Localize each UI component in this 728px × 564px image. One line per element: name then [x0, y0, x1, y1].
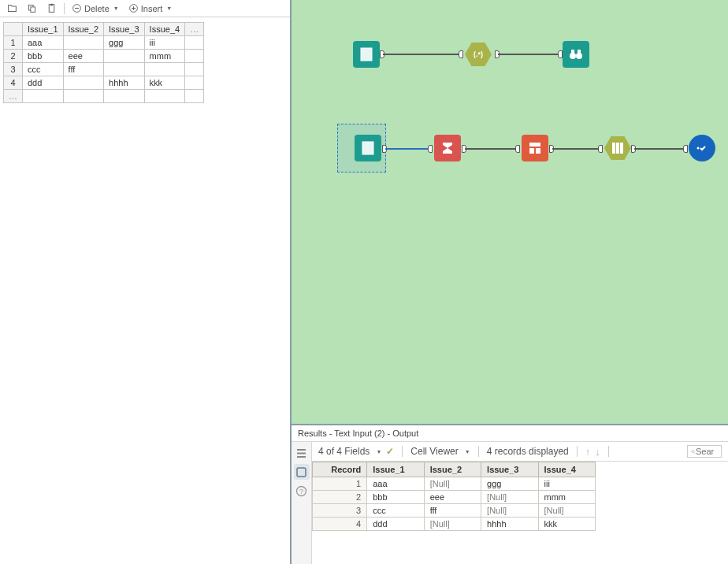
delete-button[interactable]: Delete ▼ [68, 2, 123, 14]
cell[interactable]: mmm [144, 50, 185, 63]
col-header[interactable]: Issue_2 [63, 23, 104, 36]
cell[interactable]: kkk [144, 76, 185, 90]
col-header[interactable]: Issue_3 [481, 462, 538, 477]
nav-up-button[interactable]: ↑ [585, 446, 591, 458]
cell[interactable] [144, 90, 185, 103]
row-number[interactable]: 3 [4, 63, 23, 76]
text-input-tool[interactable] [353, 41, 380, 68]
input-table[interactable]: Issue_1 Issue_2 Issue_3 Issue_4 … 1aaagg… [3, 22, 204, 103]
cell[interactable] [104, 90, 145, 103]
cell[interactable]: eee [424, 491, 481, 504]
cell[interactable] [185, 76, 204, 90]
new-file-button[interactable] [3, 2, 21, 14]
col-header[interactable]: Issue_2 [424, 462, 481, 477]
cell[interactable]: mmm [538, 491, 595, 504]
paste-button[interactable] [43, 2, 61, 14]
nav-down-button[interactable]: ↓ [595, 446, 600, 458]
cell[interactable]: hhhh [481, 518, 538, 531]
table-row[interactable]: 3cccfff [4, 63, 204, 76]
row-number[interactable]: … [4, 90, 23, 103]
copy-button[interactable] [23, 2, 41, 14]
cell[interactable]: aaa [23, 36, 64, 50]
cell[interactable]: kkk [538, 518, 595, 531]
table-row[interactable]: 1aaagggiii [4, 36, 204, 50]
col-header[interactable]: Issue_3 [104, 23, 145, 36]
cell[interactable] [104, 63, 145, 76]
grid-view-button[interactable] [294, 445, 310, 461]
col-header[interactable]: Record [313, 462, 367, 477]
chevron-down-icon[interactable]: ▼ [376, 449, 381, 455]
node-input-anchor[interactable] [428, 145, 433, 153]
row-number[interactable]: 4 [313, 518, 367, 531]
table-row[interactable]: 2bbbeeemmm [4, 50, 204, 63]
cell[interactable] [185, 36, 204, 50]
node-input-anchor[interactable] [683, 145, 688, 153]
corner-cell[interactable] [4, 23, 23, 36]
cell[interactable] [185, 50, 204, 63]
cell[interactable]: iii [538, 477, 595, 491]
table-row[interactable]: … [4, 90, 204, 103]
cell[interactable]: ddd [23, 76, 64, 90]
cell[interactable] [63, 76, 104, 90]
cell[interactable]: [Null] [424, 477, 481, 491]
row-number[interactable]: 3 [313, 504, 367, 518]
row-number[interactable]: 4 [4, 76, 23, 90]
results-grid[interactable]: Record Issue_1 Issue_2 Issue_3 Issue_4 1… [312, 462, 728, 564]
cell[interactable] [185, 63, 204, 76]
browse-tool[interactable] [689, 135, 715, 161]
node-input-anchor[interactable] [598, 145, 603, 153]
cell[interactable] [63, 36, 104, 50]
col-header[interactable]: Issue_4 [144, 23, 185, 36]
connection-wire[interactable] [552, 148, 598, 150]
cell[interactable]: [Null] [481, 491, 538, 504]
cell[interactable]: eee [63, 50, 104, 63]
row-number[interactable]: 1 [4, 36, 23, 50]
cell[interactable]: bbb [23, 50, 64, 63]
cell[interactable]: ddd [367, 518, 424, 531]
node-input-anchor[interactable] [515, 145, 520, 153]
more-cols[interactable]: … [185, 23, 204, 36]
select-tool[interactable] [604, 136, 631, 160]
table-row[interactable]: 3cccfff[Null][Null] [313, 504, 596, 518]
table-row[interactable]: 4dddhhhhkkk [4, 76, 204, 90]
summarize-tool[interactable] [434, 135, 461, 161]
cell[interactable]: [Null] [481, 504, 538, 518]
connection-wire[interactable] [498, 54, 558, 55]
col-header[interactable]: Issue_1 [23, 23, 64, 36]
table-row[interactable]: 1aaa[Null]gggiii [313, 477, 596, 491]
connection-wire[interactable] [385, 148, 428, 150]
table-row[interactable]: 2bbbeee[Null]mmm [313, 491, 596, 504]
cell[interactable]: hhhh [104, 76, 145, 90]
cell[interactable]: fff [424, 504, 481, 518]
connection-wire[interactable] [634, 148, 683, 150]
chevron-down-icon[interactable]: ▼ [465, 449, 470, 455]
cell[interactable] [104, 50, 145, 63]
cell[interactable] [63, 90, 104, 103]
table-row[interactable]: 4ddd[Null]hhhhkkk [313, 518, 596, 531]
connection-wire[interactable] [465, 148, 515, 150]
cell[interactable]: fff [63, 63, 104, 76]
row-number[interactable]: 1 [313, 477, 367, 491]
cell[interactable]: iii [144, 36, 185, 50]
cell[interactable]: ggg [481, 477, 538, 491]
insert-button[interactable]: Insert ▼ [124, 2, 176, 14]
cell[interactable] [23, 90, 64, 103]
sheet-view-button[interactable] [294, 464, 310, 480]
col-header[interactable]: Issue_4 [538, 462, 595, 477]
cell[interactable]: ccc [367, 504, 424, 518]
cell[interactable] [144, 63, 185, 76]
cell[interactable]: [Null] [538, 504, 595, 518]
cell[interactable]: bbb [367, 491, 424, 504]
input-sheet[interactable]: Issue_1 Issue_2 Issue_3 Issue_4 … 1aaagg… [0, 17, 290, 108]
cell[interactable]: ccc [23, 63, 64, 76]
cell[interactable] [185, 90, 204, 103]
search-input[interactable] [696, 447, 718, 456]
find-replace-tool[interactable] [563, 41, 589, 68]
cell[interactable]: aaa [367, 477, 424, 491]
text-input-tool-2[interactable] [355, 135, 381, 161]
node-input-anchor[interactable] [459, 50, 463, 58]
row-number[interactable]: 2 [4, 50, 23, 63]
col-header[interactable]: Issue_1 [367, 462, 424, 477]
connection-wire[interactable] [383, 54, 459, 55]
workflow-canvas[interactable]: (.*) [292, 0, 728, 424]
